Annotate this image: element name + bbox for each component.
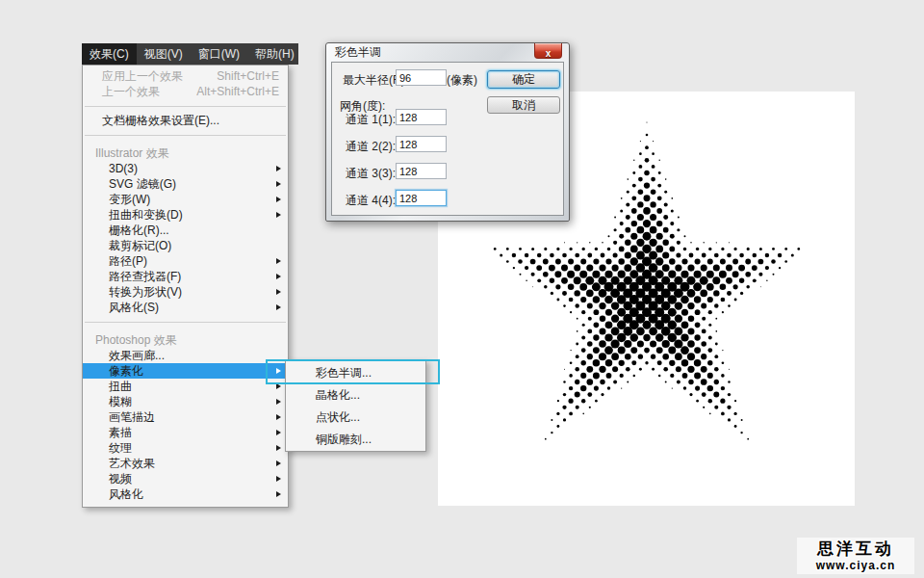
menu-item-label: 效果画廊...	[109, 349, 165, 362]
channel-2-label: 通道 2(2):	[346, 139, 396, 155]
submenu-arrow-icon	[276, 430, 281, 435]
close-icon: x	[546, 48, 552, 59]
menu-item-27[interactable]: 风格化	[83, 486, 288, 502]
menu-item-20[interactable]: 扭曲	[83, 379, 288, 394]
color-halftone-dialog: 彩色半调 x 最大半径(R): (像素) 确定 取消 网角(度): 通道 1(1…	[325, 42, 570, 222]
menu-item-13[interactable]: 路径查找器(F)	[83, 269, 288, 284]
close-button[interactable]: x	[534, 43, 562, 59]
submenu-arrow-icon	[276, 445, 281, 451]
menu-item-label: 画笔描边	[109, 410, 155, 424]
menu-item-label: 风格化(S)	[109, 301, 159, 314]
channel-3-label: 通道 3(3):	[346, 166, 396, 182]
menubar-item-effect[interactable]: 效果(C)	[82, 43, 137, 65]
submenu-arrow-icon	[276, 212, 281, 218]
menu-separator	[83, 315, 288, 328]
menu-item-label: 裁剪标记(O)	[109, 239, 171, 252]
submenu-arrow-icon	[276, 304, 281, 310]
menu-item-label: 纹理	[109, 441, 132, 455]
submenu-arrow-icon	[276, 197, 281, 202]
submenu-arrow-icon	[276, 399, 281, 405]
menu-separator	[83, 128, 288, 142]
menu-item-23[interactable]: 素描	[83, 425, 288, 440]
menu-item-label: 艺术效果	[109, 457, 155, 470]
menu-item-18[interactable]: 效果画廊...	[83, 348, 288, 363]
menu-item-label: 变形(W)	[109, 193, 150, 206]
submenu-arrow-icon	[276, 460, 281, 466]
submenu-item-3[interactable]: 铜版雕刻...	[286, 429, 425, 451]
effect-menu: 应用上一个效果Shift+Ctrl+E上一个效果Alt+Shift+Ctrl+E…	[82, 65, 289, 508]
submenu-arrow-icon	[276, 476, 281, 482]
menu-item-label: 转换为形状(V)	[109, 285, 182, 299]
channel-1-label: 通道 1(1):	[346, 112, 396, 128]
menu-item-25[interactable]: 艺术效果	[83, 456, 288, 471]
menu-item-1: 上一个效果Alt+Shift+Ctrl+E	[83, 84, 288, 99]
menubar-item-help[interactable]: 帮助(H)	[247, 43, 298, 65]
max-radius-input[interactable]	[396, 69, 447, 86]
watermark: 思洋互动 www.ciya.cn	[797, 538, 914, 574]
menu-item-label: 路径(P)	[109, 254, 147, 268]
submenu-arrow-icon	[276, 368, 281, 374]
channel-1-input[interactable]	[396, 109, 447, 125]
channel-2-input[interactable]	[396, 136, 447, 152]
submenu-arrow-icon	[276, 491, 281, 497]
menu-item-11[interactable]: 裁剪标记(O)	[83, 238, 288, 253]
menu-item-shortcut: Shift+Ctrl+E	[217, 68, 279, 84]
menu-separator	[83, 99, 288, 113]
channel-4-label: 通道 4(4):	[346, 193, 396, 209]
menu-item-label: 应用上一个效果	[102, 69, 183, 83]
menu-section-header: Illustrator 效果	[83, 142, 288, 161]
submenu-arrow-icon	[276, 258, 281, 264]
menubar-item-view[interactable]: 视图(V)	[137, 43, 191, 65]
cancel-button[interactable]: 取消	[487, 96, 560, 114]
menu-item-0: 应用上一个效果Shift+Ctrl+E	[83, 68, 288, 84]
submenu-item-2[interactable]: 点状化...	[286, 407, 425, 429]
menu-item-7[interactable]: SVG 滤镜(G)	[83, 176, 288, 192]
menu-item-21[interactable]: 模糊	[83, 394, 288, 409]
channel-3-input[interactable]	[396, 163, 447, 179]
menu-item-label: 文档栅格效果设置(E)...	[102, 114, 219, 127]
menu-item-label: 路径查找器(F)	[109, 270, 181, 283]
menu-item-label: 模糊	[109, 395, 132, 408]
watermark-url: www.ciya.cn	[797, 559, 914, 572]
menu-item-8[interactable]: 变形(W)	[83, 192, 288, 207]
menubar-item-window[interactable]: 窗口(W)	[191, 43, 247, 65]
submenu-arrow-icon	[276, 289, 281, 295]
max-radius-unit-label: (像素)	[447, 72, 477, 89]
menu-item-9[interactable]: 扭曲和变换(D)	[83, 207, 288, 223]
menu-item-label: 栅格化(R)...	[109, 223, 169, 237]
screenshot-root: 效果(C) 视图(V) 窗口(W) 帮助(H) 应用上一个效果Shift+Ctr…	[0, 0, 924, 578]
menu-section-header: Photoshop 效果	[83, 328, 288, 348]
menu-item-label: SVG 滤镜(G)	[109, 177, 176, 191]
menu-item-15[interactable]: 风格化(S)	[83, 300, 288, 315]
menu-item-label: 上一个效果	[102, 85, 160, 98]
menu-item-label: 视频	[109, 472, 132, 486]
dialog-title: 彩色半调	[335, 43, 381, 62]
dialog-content: 最大半径(R): (像素) 确定 取消 网角(度): 通道 1(1):通道 2(…	[331, 62, 564, 216]
submenu-arrow-icon	[276, 383, 281, 389]
menu-item-10[interactable]: 栅格化(R)...	[83, 223, 288, 238]
menu-item-label: 3D(3)	[109, 162, 138, 175]
submenu-item-1[interactable]: 晶格化...	[286, 384, 425, 407]
pixelate-submenu: 彩色半调...晶格化...点状化...铜版雕刻...	[285, 359, 426, 452]
ok-button[interactable]: 确定	[487, 70, 560, 89]
dialog-titlebar[interactable]: 彩色半调 x	[326, 43, 569, 62]
menu-item-label: 扭曲和变换(D)	[109, 208, 183, 222]
menu-item-label: 风格化	[109, 487, 143, 501]
submenu-arrow-icon	[276, 166, 281, 171]
menu-item-label: 素描	[109, 426, 132, 439]
menu-item-24[interactable]: 纹理	[83, 440, 288, 456]
menu-item-14[interactable]: 转换为形状(V)	[83, 284, 288, 300]
menu-item-label: 扭曲	[109, 380, 132, 393]
submenu-item-0[interactable]: 彩色半调...	[286, 362, 425, 384]
menu-item-19[interactable]: 像素化	[83, 363, 288, 379]
menubar: 效果(C) 视图(V) 窗口(W) 帮助(H)	[82, 43, 298, 65]
submenu-arrow-icon	[276, 181, 281, 187]
menu-item-26[interactable]: 视频	[83, 471, 288, 486]
menu-item-6[interactable]: 3D(3)	[83, 161, 288, 176]
menu-item-3[interactable]: 文档栅格效果设置(E)...	[83, 113, 288, 128]
menu-item-22[interactable]: 画笔描边	[83, 409, 288, 425]
menu-item-12[interactable]: 路径(P)	[83, 253, 288, 269]
menu-item-label: 像素化	[109, 364, 143, 378]
submenu-arrow-icon	[276, 274, 281, 279]
channel-4-input[interactable]	[396, 190, 447, 206]
